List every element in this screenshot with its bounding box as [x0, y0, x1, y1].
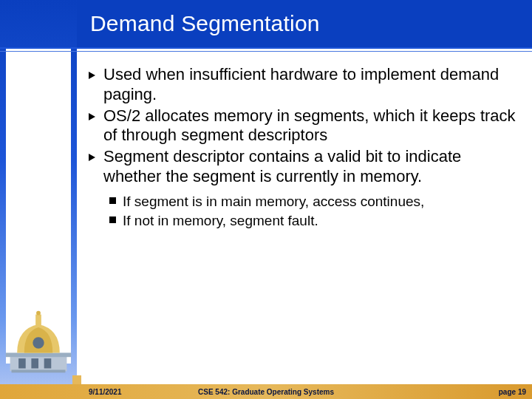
bullet-item: OS/2 allocates memory in segments, which… [89, 106, 517, 146]
sub-bullet-list: If segment is in main memory, access con… [109, 193, 517, 231]
title-bar: Demand Segmentation [77, 0, 532, 47]
sub-bullet-item: If segment is in main memory, access con… [109, 193, 517, 211]
footer-page: page 19 [499, 388, 526, 396]
small-accent-square [72, 375, 81, 384]
footer-course: CSE 542: Graduate Operating Systems [198, 388, 334, 396]
sidebar-white-inset [6, 47, 71, 364]
slide: Demand Segmentation Used when insufficie… [0, 0, 532, 399]
bullet-list: Used when insufficient hardware to imple… [89, 65, 517, 187]
bullet-item: Used when insufficient hardware to imple… [89, 65, 517, 105]
title-underline-thick [0, 47, 532, 49]
footer-bar: 9/11/2021 CSE 542: Graduate Operating Sy… [0, 384, 532, 399]
sub-bullet-item: If not in memory, segment fault. [109, 212, 517, 230]
title-underline-thin [0, 51, 532, 52]
footer-page-number: 19 [518, 388, 526, 396]
slide-title: Demand Segmentation [77, 11, 320, 36]
content-area: Used when insufficient hardware to imple… [89, 65, 517, 232]
footer-date: 9/11/2021 [89, 388, 122, 396]
bullet-item: Segment descriptor contains a valid bit … [89, 147, 517, 187]
left-sidebar [0, 0, 77, 399]
footer-page-label: page [499, 388, 518, 396]
